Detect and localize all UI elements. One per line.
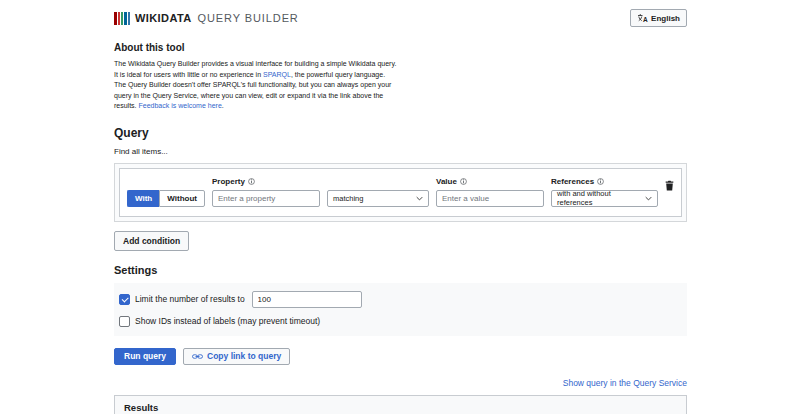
about-heading: About this tool	[114, 42, 687, 53]
value-field: Value	[436, 177, 544, 207]
references-info-icon[interactable]	[597, 178, 604, 185]
query-subtitle: Find all items...	[114, 147, 687, 156]
value-info-icon[interactable]	[460, 178, 467, 185]
delete-condition-button[interactable]	[665, 179, 674, 194]
logo-wikidata-text: WIKIDATA	[135, 12, 192, 24]
language-button-label: English	[651, 14, 680, 23]
wikidata-logo-bars-icon	[114, 12, 130, 25]
query-heading: Query	[114, 126, 687, 140]
references-label-text: References	[551, 177, 594, 186]
references-label: References	[551, 177, 658, 186]
chevron-down-icon	[416, 196, 423, 201]
about-section: About this tool The Wikidata Query Build…	[114, 42, 687, 112]
limit-results-row: Limit the number of results to	[119, 291, 682, 308]
value-label: Value	[436, 177, 544, 186]
about-text-part3: .	[222, 102, 224, 109]
value-input[interactable]	[436, 190, 544, 207]
copy-link-button[interactable]: Copy link to query	[183, 348, 290, 365]
settings-panel: Limit the number of results to Show IDs …	[114, 283, 687, 336]
about-text: The Wikidata Query Builder provides a vi…	[114, 59, 398, 112]
svg-text:A: A	[643, 16, 648, 23]
feedback-link[interactable]: Feedback is welcome here	[139, 102, 222, 109]
show-ids-label: Show IDs instead of labels (may prevent …	[135, 316, 320, 326]
property-label-text: Property	[212, 177, 245, 186]
references-dropdown[interactable]: with and without references	[551, 190, 658, 207]
show-ids-checkbox[interactable]	[119, 316, 130, 327]
logo-product-text: QUERY BUILDER	[198, 12, 299, 24]
settings-heading: Settings	[114, 264, 687, 276]
add-condition-button[interactable]: Add condition	[114, 231, 189, 251]
query-actions: Run query Copy link to query	[114, 348, 687, 365]
link-icon	[192, 353, 203, 360]
toggle-without-button[interactable]: Without	[159, 190, 205, 207]
sparql-link[interactable]: SPARQL	[263, 71, 291, 78]
results-panel: Results Results will be displayed here	[114, 395, 687, 414]
results-heading: Results	[115, 396, 686, 414]
copy-link-label: Copy link to query	[207, 351, 281, 361]
limit-results-label: Limit the number of results to	[135, 294, 245, 304]
language-icon: A	[637, 13, 648, 23]
show-query-row: Show query in the Query Service	[114, 378, 687, 388]
matching-dropdown-value: matching	[333, 194, 363, 203]
references-field: References with and without references	[551, 177, 658, 207]
language-selector-button[interactable]: A English	[630, 9, 687, 27]
show-ids-row: Show IDs instead of labels (may prevent …	[119, 316, 682, 327]
property-info-icon[interactable]	[248, 178, 255, 185]
limit-results-input[interactable]	[252, 291, 362, 308]
property-field: Property	[212, 177, 320, 207]
matching-dropdown[interactable]: matching	[327, 190, 429, 207]
show-query-link[interactable]: Show query in the Query Service	[563, 378, 687, 388]
chevron-down-icon	[645, 196, 652, 201]
run-query-button[interactable]: Run query	[114, 348, 176, 365]
property-input[interactable]	[212, 190, 320, 207]
limit-results-checkbox[interactable]	[119, 294, 130, 305]
toggle-with-button[interactable]: With	[127, 190, 159, 207]
condition-row: With Without Property matching	[119, 168, 682, 217]
value-label-text: Value	[436, 177, 457, 186]
wikidata-query-builder-logo: WIKIDATA QUERY BUILDER	[114, 12, 299, 25]
condition-group: With Without Property matching	[114, 163, 687, 222]
property-label: Property	[212, 177, 320, 186]
page: WIKIDATA QUERY BUILDER A English About t…	[114, 0, 687, 414]
trash-icon	[665, 180, 674, 191]
references-dropdown-value: with and without references	[557, 189, 642, 207]
header: WIKIDATA QUERY BUILDER A English	[114, 0, 687, 27]
with-without-toggle: With Without	[127, 190, 205, 207]
